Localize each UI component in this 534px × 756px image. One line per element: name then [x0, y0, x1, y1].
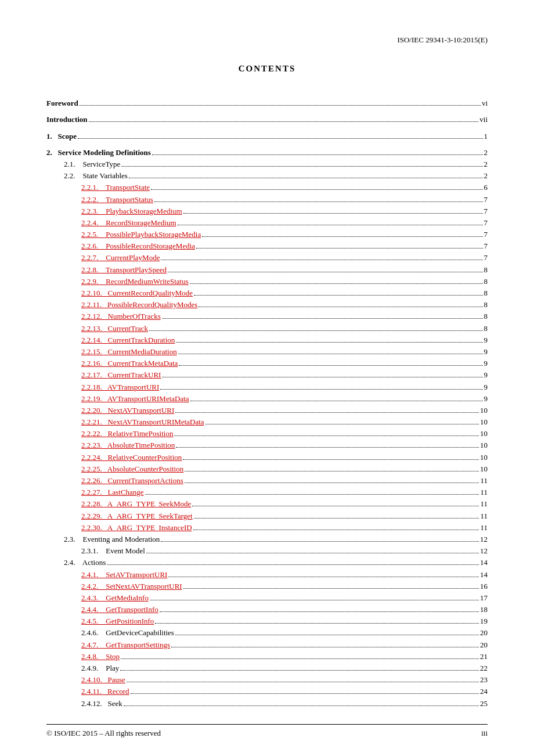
toc-page-2-2-2: 7 [484, 195, 488, 205]
toc-entry-2-2-11[interactable]: 2.2.11. PossibleRecordQualityModes8 [46, 300, 488, 310]
toc-entry-2-2-16[interactable]: 2.2.16. CurrentTrackMetaData9 [46, 358, 488, 369]
toc-entry-2-3-1: 2.3.1. Event Model12 [46, 546, 488, 556]
toc-entry-2-4-3[interactable]: 2.4.3. GetMediaInfo17 [46, 593, 488, 603]
toc-entry-2-2-2[interactable]: 2.2.2. TransportStatus7 [46, 195, 488, 205]
toc-label-2-2-28: 2.2.28. A_ARG_TYPE_SeekMode [81, 499, 191, 509]
toc-link-2-2-3[interactable]: 2.2.3. PlaybackStorageMedium [81, 207, 182, 215]
toc-entry-2-4-8[interactable]: 2.4.8. Stop21 [46, 651, 488, 662]
toc-link-2-2-1[interactable]: 2.2.1. TransportState [81, 183, 150, 192]
toc-entry-2-4: 2.4. Actions14 [46, 557, 488, 568]
toc-link-2-2-28[interactable]: 2.2.28. A_ARG_TYPE_SeekMode [81, 499, 191, 508]
toc-dots-2-4-11 [131, 693, 479, 694]
toc-entry-2-2-20[interactable]: 2.2.20. NextAVTransportURI10 [46, 405, 488, 416]
toc-entry-2-4-4[interactable]: 2.4.4. GetTransportInfo18 [46, 604, 488, 615]
toc-entry-2-2-7[interactable]: 2.2.7. CurrentPlayMode7 [46, 253, 488, 263]
toc-label-2-2-17: 2.2.17. CurrentTrackURI [81, 370, 161, 380]
toc-entry-2-2-1[interactable]: 2.2.1. TransportState6 [46, 182, 488, 193]
toc-link-2-4-3[interactable]: 2.4.3. GetMediaInfo [81, 593, 149, 602]
toc-entry-2-2-29[interactable]: 2.2.29. A_ARG_TYPE_SeekTarget11 [46, 511, 488, 521]
toc-link-2-2-7[interactable]: 2.2.7. CurrentPlayMode [81, 253, 160, 262]
toc-link-2-4-5[interactable]: 2.4.5. GetPositionInfo [81, 617, 154, 625]
toc-link-2-2-12[interactable]: 2.2.12. NumberOfTracks [81, 312, 161, 321]
toc-link-2-4-7[interactable]: 2.4.7. GetTransportSettings [81, 640, 170, 649]
toc-link-2-2-19[interactable]: 2.2.19. AVTransportURIMetaData [81, 394, 189, 403]
toc-link-2-2-13[interactable]: 2.2.13. CurrentTrack [81, 324, 148, 333]
toc-link-2-4-4[interactable]: 2.4.4. GetTransportInfo [81, 605, 158, 614]
toc-entry-2-2-9[interactable]: 2.2.9. RecordMediumWriteStatus8 [46, 276, 488, 287]
toc-entry-2-2-21[interactable]: 2.2.21. NextAVTransportURIMetaData10 [46, 417, 488, 427]
toc-entry-2-2-3[interactable]: 2.2.3. PlaybackStorageMedium7 [46, 206, 488, 217]
toc-link-2-2-9[interactable]: 2.2.9. RecordMediumWriteStatus [81, 277, 189, 286]
toc-entry-2-2-24[interactable]: 2.2.24. RelativeCounterPosition10 [46, 452, 488, 463]
toc-link-2-4-11[interactable]: 2.4.11. Record [81, 687, 129, 696]
toc-link-2-2-2[interactable]: 2.2.2. TransportStatus [81, 195, 153, 204]
toc-link-2-2-18[interactable]: 2.2.18. AVTransportURI [81, 383, 159, 391]
toc-entry-2-2-25[interactable]: 2.2.25. AbsoluteCounterPosition10 [46, 464, 488, 474]
toc-entry-2-4-1[interactable]: 2.4.1. SetAVTransportURI14 [46, 570, 488, 580]
toc-label-2-2-7: 2.2.7. CurrentPlayMode [81, 253, 160, 263]
toc-page-2-2-27: 11 [480, 487, 488, 498]
toc-link-2-2-8[interactable]: 2.2.8. TransportPlaySpeed [81, 265, 167, 274]
toc-link-2-2-15[interactable]: 2.2.15. CurrentMediaDuration [81, 347, 177, 356]
toc-entry-2-2-13[interactable]: 2.2.13. CurrentTrack8 [46, 323, 488, 334]
toc-link-2-2-16[interactable]: 2.2.16. CurrentTrackMetaData [81, 359, 178, 368]
toc-entry-2-2-8[interactable]: 2.2.8. TransportPlaySpeed8 [46, 265, 488, 275]
toc-link-2-2-26[interactable]: 2.2.26. CurrentTransportActions [81, 476, 183, 485]
toc-entry-2-2-6[interactable]: 2.2.6. PossibleRecordStorageMedia7 [46, 241, 488, 251]
toc-link-2-2-17[interactable]: 2.2.17. CurrentTrackURI [81, 370, 161, 379]
toc-page-2-4-11: 24 [480, 686, 488, 697]
toc-entry-2-4-10[interactable]: 2.4.10. Pause23 [46, 675, 488, 685]
toc-link-2-2-30[interactable]: 2.2.30. A_ARG_TYPE_InstanceID [81, 523, 192, 532]
toc-link-2-4-10[interactable]: 2.4.10. Pause [81, 675, 125, 684]
toc-entry-2-2-5[interactable]: 2.2.5. PossiblePlaybackStorageMedia7 [46, 229, 488, 240]
toc-label-2-2-20: 2.2.20. NextAVTransportURI [81, 405, 174, 416]
toc-label-2-2-14: 2.2.14. CurrentTrackDuration [81, 335, 175, 345]
toc-entry-2-2-17[interactable]: 2.2.17. CurrentTrackURI9 [46, 370, 488, 380]
toc-page-2-2-24: 10 [480, 452, 488, 463]
toc-entry-2-4-2[interactable]: 2.4.2. SetNextAVTransportURI16 [46, 581, 488, 592]
toc-entry-2-2-28[interactable]: 2.2.28. A_ARG_TYPE_SeekMode11 [46, 499, 488, 509]
toc-label-2-2-21: 2.2.21. NextAVTransportURIMetaData [81, 417, 204, 427]
page-footer: © ISO/IEC 2015 – All rights reserved iii [46, 724, 488, 739]
toc-link-2-2-20[interactable]: 2.2.20. NextAVTransportURI [81, 406, 174, 415]
toc-link-2-4-8[interactable]: 2.4.8. Stop [81, 652, 120, 661]
toc-link-2-2-29[interactable]: 2.2.29. A_ARG_TYPE_SeekTarget [81, 512, 193, 520]
toc-page-2-2-23: 10 [480, 440, 488, 451]
toc-entry-2-4-11[interactable]: 2.4.11. Record24 [46, 686, 488, 697]
toc-entry-2-2-14[interactable]: 2.2.14. CurrentTrackDuration9 [46, 335, 488, 345]
toc-dots-2-4-9 [120, 670, 479, 671]
toc-entry-2-2-23[interactable]: 2.2.23. AbsoluteTimePosition10 [46, 440, 488, 451]
toc-dots-2-2-18 [160, 389, 482, 390]
toc-link-2-2-11[interactable]: 2.2.11. PossibleRecordQualityModes [81, 300, 197, 309]
toc-entry-2-2-18[interactable]: 2.2.18. AVTransportURI9 [46, 382, 488, 393]
toc-entry-2-4-7[interactable]: 2.4.7. GetTransportSettings20 [46, 640, 488, 650]
toc-entry-2-2-30[interactable]: 2.2.30. A_ARG_TYPE_InstanceID11 [46, 523, 488, 533]
toc-link-2-2-22[interactable]: 2.2.22. RelativeTimePosition [81, 429, 173, 438]
toc-link-2-2-14[interactable]: 2.2.14. CurrentTrackDuration [81, 336, 175, 344]
toc-entry-2-2-27[interactable]: 2.2.27. LastChange11 [46, 487, 488, 498]
toc-link-2-2-21[interactable]: 2.2.21. NextAVTransportURIMetaData [81, 417, 204, 426]
toc-entry-2-2-4[interactable]: 2.2.4. RecordStorageMedium7 [46, 218, 488, 228]
toc-entry-2-4-5[interactable]: 2.4.5. GetPositionInfo19 [46, 616, 488, 627]
toc-link-2-4-1[interactable]: 2.4.1. SetAVTransportURI [81, 570, 167, 579]
toc-link-2-2-4[interactable]: 2.2.4. RecordStorageMedium [81, 218, 176, 227]
toc-link-2-4-2[interactable]: 2.4.2. SetNextAVTransportURI [81, 582, 182, 591]
toc-entry-2-2-19[interactable]: 2.2.19. AVTransportURIMetaData9 [46, 394, 488, 404]
toc-label-2-4-10: 2.4.10. Pause [81, 675, 125, 685]
toc-entry-2-2-26[interactable]: 2.2.26. CurrentTransportActions11 [46, 476, 488, 486]
toc-link-2-2-23[interactable]: 2.2.23. AbsoluteTimePosition [81, 441, 175, 449]
toc-link-2-2-27[interactable]: 2.2.27. LastChange [81, 488, 144, 496]
toc-link-2-2-10[interactable]: 2.2.10. CurrentRecordQualityMode [81, 289, 193, 297]
toc-entry-2-2-12[interactable]: 2.2.12. NumberOfTracks8 [46, 311, 488, 322]
toc-entry-2-2-10[interactable]: 2.2.10. CurrentRecordQualityMode8 [46, 288, 488, 298]
toc-link-2-2-25[interactable]: 2.2.25. AbsoluteCounterPosition [81, 465, 183, 473]
toc-label-2-3-1: 2.3.1. Event Model [81, 546, 145, 556]
toc-label-2-4-5: 2.4.5. GetPositionInfo [81, 616, 154, 627]
toc-link-2-2-6[interactable]: 2.2.6. PossibleRecordStorageMedia [81, 242, 195, 250]
toc-entry-2-2-22[interactable]: 2.2.22. RelativeTimePosition10 [46, 429, 488, 439]
toc-link-2-2-24[interactable]: 2.2.24. RelativeCounterPosition [81, 453, 182, 462]
toc-entry-2-2-15[interactable]: 2.2.15. CurrentMediaDuration9 [46, 347, 488, 357]
toc-link-2-2-5[interactable]: 2.2.5. PossiblePlaybackStorageMedia [81, 230, 201, 239]
toc-dots-2-2-15 [178, 354, 483, 354]
toc-page-2-2-4: 7 [484, 218, 488, 228]
